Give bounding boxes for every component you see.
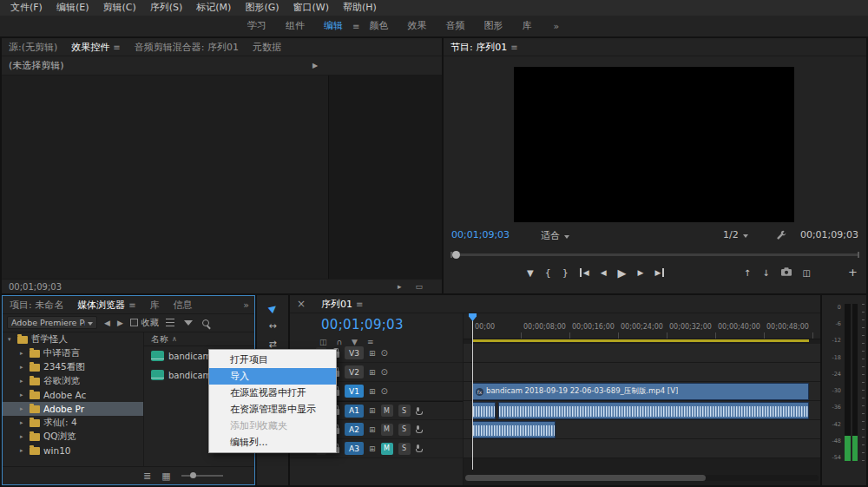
workspace-tab-learning[interactable]: 学习	[238, 16, 276, 36]
play-icon[interactable]: ▸	[398, 282, 402, 291]
menu-file[interactable]: 文件(F)	[3, 0, 49, 16]
track-lane-v3[interactable]	[464, 344, 820, 363]
name-column-header[interactable]: 名称	[151, 333, 168, 346]
zoom-fit-icon[interactable]: ▭	[415, 282, 423, 291]
scrollbar-thumb[interactable]	[465, 475, 706, 481]
tree-item[interactable]: ▸ Adobe Ac	[3, 388, 143, 402]
source-select-dropdown[interactable]: Adobe Premiere Pro ...	[7, 316, 97, 329]
tree-item-selected[interactable]: ▸ Adobe Pr	[3, 402, 143, 416]
add-marker-icon[interactable]: ▼	[527, 268, 534, 278]
track-lane-a2[interactable]	[464, 420, 820, 439]
tree-item[interactable]: ▸ 谷歌浏览	[3, 374, 143, 388]
track-target-button[interactable]: V2	[345, 365, 364, 378]
expander-icon[interactable]: ▸	[20, 364, 26, 371]
panel-menu-icon[interactable]: ≡	[113, 43, 120, 52]
timeline-ruler[interactable]: 00;00 00;00;08;00 00;00;16;00 00;00;24;0…	[464, 313, 820, 339]
settings-wrench-icon[interactable]	[777, 230, 786, 242]
close-icon[interactable]: ×	[297, 298, 306, 310]
expander-icon[interactable]: ▸	[20, 405, 26, 412]
tab-metadata[interactable]: 元数据	[253, 41, 281, 54]
menu-clip[interactable]: 剪辑(C)	[95, 0, 142, 16]
timeline-audio-clip[interactable]	[472, 402, 496, 419]
panel-menu-icon[interactable]: ≡	[128, 300, 135, 310]
menu-edit[interactable]: 编辑(E)	[49, 0, 96, 16]
menu-window[interactable]: 窗口(W)	[286, 0, 336, 16]
tab-program-monitor[interactable]: 节目: 序列01 ≡	[450, 41, 518, 54]
expander-icon[interactable]: ▸	[20, 350, 26, 357]
sync-lock-icon[interactable]: ⊞	[369, 444, 376, 453]
mark-out-icon[interactable]: }	[562, 267, 569, 279]
back-arrow-icon[interactable]: ◀	[104, 319, 110, 327]
track-target-button[interactable]: A1	[345, 405, 364, 418]
expander-icon[interactable]: ▸	[20, 419, 26, 426]
list-header[interactable]: 名称 ∧	[144, 332, 254, 346]
tab-source-monitor[interactable]: 源:(无剪辑)	[9, 41, 57, 54]
tree-item[interactable]: ▸ QQ浏览	[3, 430, 143, 444]
context-item-reveal-in-explorer[interactable]: 在资源管理器中显示	[209, 401, 336, 418]
expander-icon[interactable]: ▾	[8, 336, 14, 343]
checkbox-icon[interactable]	[130, 319, 138, 326]
timeline-video-clip[interactable]: fx bandicam 2018-09-19 22-06-03-689_压制版.…	[472, 383, 809, 400]
tab-info[interactable]: 信息	[174, 299, 193, 312]
sync-lock-icon[interactable]: ⊞	[369, 349, 376, 358]
tab-libraries[interactable]: 库	[150, 299, 160, 312]
step-back-icon[interactable]: ◀	[601, 268, 607, 277]
track-output-eye-icon[interactable]: ⊙	[381, 367, 388, 377]
track-target-button[interactable]: V1	[345, 385, 364, 398]
context-item-open-project[interactable]: 打开项目	[209, 352, 336, 368]
tree-item[interactable]: ▸ 求仙(: 4	[3, 416, 143, 430]
timeline-view-toggle-icon[interactable]: ▶	[312, 62, 318, 69]
track-lane-a3[interactable]	[464, 439, 820, 458]
lift-icon[interactable]: ↑	[744, 268, 751, 278]
context-item-edit-columns[interactable]: 编辑列...	[209, 434, 336, 451]
track-target-button[interactable]: V3	[345, 346, 364, 359]
expander-icon[interactable]: ▸	[20, 392, 26, 398]
playback-resolution-select[interactable]: 1/2	[723, 229, 748, 240]
solo-button[interactable]: S	[398, 443, 411, 455]
voiceover-mic-icon[interactable]	[416, 425, 421, 433]
track-lane-v2[interactable]	[464, 363, 820, 382]
expander-icon[interactable]: ▸	[20, 433, 26, 440]
voiceover-mic-icon[interactable]	[416, 444, 421, 452]
play-button-icon[interactable]: ▶	[618, 267, 627, 280]
timeline-horizontal-scrollbar[interactable]	[465, 475, 819, 481]
tab-audio-clip-mixer[interactable]: 音频剪辑混合器: 序列01	[135, 41, 239, 54]
workspace-tab-assembly[interactable]: 组件	[276, 16, 314, 36]
tree-item[interactable]: ▸ 中译语言	[3, 346, 143, 360]
program-scrubber[interactable]	[450, 249, 859, 260]
menu-markers[interactable]: 标记(M)	[189, 0, 238, 16]
program-current-timecode[interactable]: 00;01;09;03	[451, 229, 510, 240]
mute-button[interactable]: M	[381, 405, 393, 417]
mute-button-active[interactable]: M	[381, 443, 393, 455]
tree-item[interactable]: ▸ 2345看图	[3, 360, 143, 374]
expander-icon[interactable]: ▸	[20, 378, 26, 385]
timeline-audio-clip[interactable]	[472, 421, 556, 438]
workspace-menu-icon[interactable]: ≡	[352, 22, 359, 31]
scrubber-playhead-knob[interactable]	[452, 251, 460, 259]
workspace-tab-editing[interactable]: 编辑	[314, 16, 352, 36]
solo-button[interactable]: S	[398, 405, 411, 417]
button-editor-plus-icon[interactable]: +	[848, 266, 858, 279]
tab-effect-controls[interactable]: 效果控件 ≡	[71, 41, 120, 54]
sync-lock-icon[interactable]: ⊞	[369, 368, 376, 377]
mute-button[interactable]: M	[381, 424, 393, 436]
comparison-view-icon[interactable]: ◫	[803, 268, 811, 278]
go-to-out-icon[interactable]: ▶	[654, 268, 664, 277]
track-lane-v1[interactable]: fx bandicam 2018-09-19 22-06-03-689_压制版.…	[464, 382, 820, 401]
thumbnail-zoom-slider[interactable]	[181, 475, 223, 477]
forward-arrow-icon[interactable]: ▶	[117, 319, 123, 327]
slider-knob[interactable]	[190, 472, 196, 478]
context-item-open-in-source-monitor[interactable]: 在源监视器中打开	[209, 385, 336, 401]
step-forward-icon[interactable]: ▶	[638, 268, 644, 277]
selection-tool[interactable]: ▶	[261, 299, 284, 317]
source-timecode[interactable]: 00;01;09;03	[9, 282, 62, 292]
panel-menu-icon[interactable]: ≡	[356, 299, 363, 309]
workspace-tab-effects[interactable]: 效果	[398, 16, 436, 36]
track-target-button[interactable]: A3	[345, 442, 364, 455]
track-output-eye-icon[interactable]: ⊙	[381, 386, 388, 396]
context-item-import[interactable]: 导入	[209, 368, 336, 385]
workspace-tab-color[interactable]: 颜色	[359, 16, 398, 36]
tab-media-browser[interactable]: 媒体浏览器 ≡	[77, 299, 135, 312]
timeline-playhead[interactable]	[472, 313, 473, 470]
voiceover-mic-icon[interactable]	[416, 407, 421, 415]
